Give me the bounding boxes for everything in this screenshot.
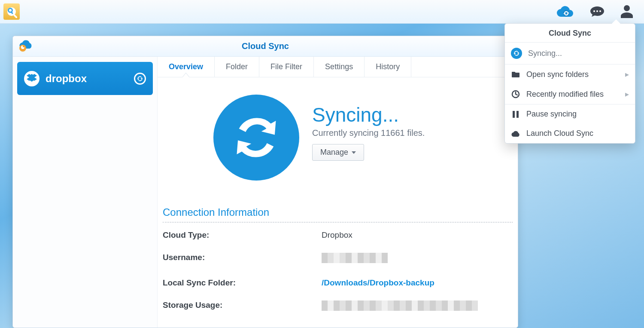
connection-info-heading: Connection Information (162, 202, 513, 222)
pause-icon (511, 110, 520, 118)
popover-recently-modified[interactable]: Recently modified files ▸ (505, 84, 635, 104)
chevron-right-icon: ▸ (625, 70, 629, 79)
popover-status: Syncing... (505, 43, 635, 64)
folder-icon (511, 71, 520, 78)
system-tray (556, 5, 641, 18)
app-logo-icon (18, 39, 33, 54)
main-panel: Overview Folder File Filter Settings His… (158, 57, 518, 328)
sync-status-icon (134, 73, 146, 85)
sidebar-item-dropbox[interactable]: dropbox (17, 62, 153, 95)
sync-status-graphic (213, 95, 299, 181)
system-topbar (0, 0, 644, 24)
svg-point-2 (596, 10, 598, 12)
sync-status-heading: Syncing... (312, 103, 425, 126)
tab-history[interactable]: History (365, 57, 411, 77)
chevron-down-icon (352, 151, 356, 154)
chevron-right-icon: ▸ (625, 89, 629, 99)
connections-sidebar: dropbox (13, 57, 158, 328)
cloud-icon (511, 130, 520, 137)
window-title: Cloud Sync (242, 41, 289, 51)
tab-bar: Overview Folder File Filter Settings His… (158, 57, 518, 77)
section-divider (163, 222, 513, 223)
chat-tray-icon[interactable] (590, 6, 605, 18)
row-storage-usage: Storage Usage: (162, 300, 513, 313)
connection-name: dropbox (46, 73, 134, 85)
tab-folder[interactable]: Folder (215, 57, 259, 77)
svg-rect-7 (516, 111, 519, 118)
svg-point-3 (599, 10, 601, 12)
sync-icon (511, 48, 522, 59)
window-titlebar: Cloud Sync (13, 36, 518, 57)
popover-pause-syncing[interactable]: Pause syncing (505, 104, 635, 124)
row-local-sync-folder: Local Sync Folder: /Downloads/Dropbox-ba… (162, 278, 513, 288)
redacted-value (322, 253, 388, 263)
tab-settings[interactable]: Settings (314, 57, 365, 77)
row-cloud-type: Cloud Type: Dropbox (162, 230, 513, 240)
popover-title: Cloud Sync (505, 24, 635, 43)
manage-button[interactable]: Manage (312, 144, 364, 161)
user-tray-icon[interactable] (621, 5, 633, 18)
tab-overview[interactable]: Overview (158, 57, 215, 77)
overview-content: Syncing... Currently syncing 11661 files… (158, 77, 518, 328)
cloud-sync-popover: Cloud Sync Syncing... Open sync folders … (504, 23, 635, 144)
local-sync-folder-link[interactable]: /Downloads/Dropbox-backup (322, 278, 434, 288)
cloud-sync-window: Cloud Sync dropbox Overview Folder File … (12, 36, 518, 328)
cloud-sync-tray-icon[interactable] (556, 5, 574, 18)
svg-rect-6 (513, 111, 515, 118)
sync-status-subtext: Currently syncing 11661 files. (312, 128, 425, 138)
search-icon (7, 7, 16, 16)
dropbox-icon (24, 71, 39, 86)
clock-icon (511, 90, 520, 98)
search-button[interactable] (3, 3, 20, 20)
tab-file-filter[interactable]: File Filter (259, 57, 314, 77)
popover-launch-cloud-sync[interactable]: Launch Cloud Sync (505, 124, 635, 143)
row-username: Username: (162, 253, 513, 265)
popover-open-sync-folders[interactable]: Open sync folders ▸ (505, 64, 635, 84)
redacted-value (322, 300, 478, 311)
svg-point-1 (593, 10, 595, 12)
